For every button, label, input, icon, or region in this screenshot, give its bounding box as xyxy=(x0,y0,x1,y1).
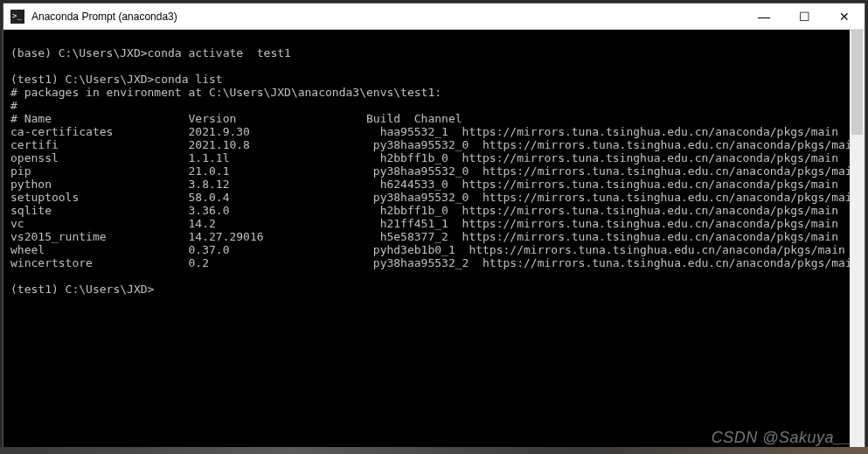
app-icon xyxy=(10,10,24,24)
close-button[interactable]: ✕ xyxy=(824,3,865,29)
maximize-button[interactable]: ☐ xyxy=(784,3,824,29)
window-controls: — ☐ ✕ xyxy=(744,3,865,29)
scrollbar-thumb[interactable] xyxy=(851,30,863,135)
watermark-text: CSDN @Sakuya__ xyxy=(712,429,852,447)
terminal-window: Anaconda Prompt (anaconda3) — ☐ ✕ (base)… xyxy=(3,3,865,451)
terminal-output[interactable]: (base) C:\Users\JXD>conda activate test1… xyxy=(3,30,850,451)
minimize-button[interactable]: — xyxy=(744,3,784,29)
footer-decor xyxy=(0,447,868,454)
window-title: Anaconda Prompt (anaconda3) xyxy=(31,10,744,23)
titlebar: Anaconda Prompt (anaconda3) — ☐ ✕ xyxy=(3,3,865,30)
console-area: (base) C:\Users\JXD>conda activate test1… xyxy=(3,30,865,451)
vertical-scrollbar[interactable] xyxy=(850,30,865,451)
